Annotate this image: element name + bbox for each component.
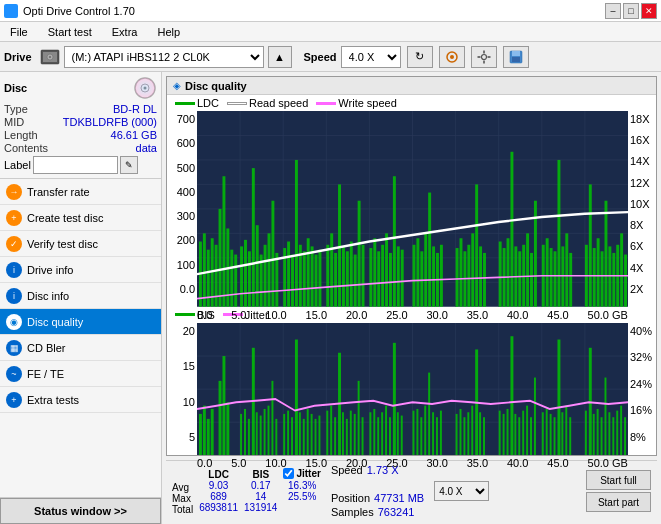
nav-verify-test-disc[interactable]: ✓ Verify test disc: [0, 231, 161, 257]
length-label: Length: [4, 129, 38, 141]
jitter-col-header: Jitter: [296, 468, 320, 479]
svg-rect-128: [624, 255, 627, 307]
svg-rect-179: [346, 419, 348, 455]
svg-rect-67: [334, 253, 337, 307]
svg-rect-69: [342, 246, 345, 306]
bis-total-val: 131914: [244, 502, 277, 513]
sidebar-bottom: Status window >>: [0, 497, 161, 524]
svg-rect-105: [518, 251, 521, 306]
svg-rect-182: [358, 381, 360, 455]
top-chart-y-left: 700 600 500 400 300 200 100 0.0: [169, 111, 197, 307]
menu-extra[interactable]: Extra: [106, 24, 144, 40]
menu-file[interactable]: File: [4, 24, 34, 40]
bis-avg-val: 0.17: [244, 480, 277, 491]
menu-start-test[interactable]: Start test: [42, 24, 98, 40]
svg-rect-47: [248, 251, 251, 306]
close-button[interactable]: ✕: [641, 3, 657, 19]
max-label: Max: [172, 493, 193, 504]
svg-rect-119: [589, 184, 592, 306]
speed-select[interactable]: 4.0 X: [341, 46, 401, 68]
nav-transfer-rate[interactable]: → Transfer rate: [0, 179, 161, 205]
label-edit-button[interactable]: ✎: [120, 156, 138, 174]
svg-rect-158: [244, 409, 246, 455]
stats-speed-pos: Speed 1.73 X Position 47731 MB Samples 7…: [331, 463, 424, 519]
svg-rect-112: [550, 248, 553, 307]
stats-speed-dropdown[interactable]: 4.0 X: [434, 481, 489, 501]
save-button[interactable]: [503, 46, 529, 68]
svg-rect-41: [222, 176, 225, 307]
svg-rect-122: [601, 251, 604, 306]
svg-rect-103: [510, 152, 513, 307]
create-test-disc-icon: +: [6, 210, 22, 226]
svg-rect-39: [215, 245, 218, 307]
svg-rect-57: [291, 255, 294, 307]
chart-title-icon: ◈: [173, 80, 181, 91]
chart-panel: ◈ Disc quality LDC Read speed: [166, 76, 657, 456]
status-window-button[interactable]: Status window >>: [0, 498, 161, 524]
svg-rect-195: [424, 405, 426, 455]
maximize-button[interactable]: □: [623, 3, 639, 19]
write-speed-label: Write speed: [338, 97, 397, 109]
type-value: BD-R DL: [113, 103, 157, 115]
svg-rect-178: [342, 412, 344, 455]
svg-rect-221: [565, 405, 567, 455]
svg-rect-65: [326, 245, 329, 307]
stats-bar: Avg Max Total LDC 9.03 689 6893811 BIS 0…: [166, 460, 657, 520]
svg-rect-204: [471, 405, 473, 455]
nav-extra-tests[interactable]: + Extra tests: [0, 387, 161, 413]
mid-label: MID: [4, 116, 24, 128]
nav-drive-info-label: Drive info: [27, 264, 73, 276]
svg-rect-76: [373, 238, 376, 307]
drive-toolbar: Drive (M:) ATAPI iHBS112 2 CL0K ▲ Speed …: [0, 42, 661, 72]
svg-rect-51: [264, 245, 267, 307]
disc-icon: [133, 76, 157, 100]
svg-rect-71: [350, 242, 353, 307]
svg-rect-190: [397, 412, 399, 455]
disc-section-title: Disc: [4, 82, 27, 94]
settings-button[interactable]: [471, 46, 497, 68]
nav-disc-quality[interactable]: ◉ Disc quality: [0, 309, 161, 335]
svg-rect-60: [303, 251, 306, 306]
charts-container: LDC Read speed Write speed: [167, 95, 656, 455]
nav-cd-bler[interactable]: ▦ CD Bler: [0, 335, 161, 361]
jitter-checkbox[interactable]: [283, 468, 294, 479]
svg-rect-181: [354, 414, 356, 455]
start-full-button[interactable]: Start full: [586, 470, 651, 490]
svg-rect-169: [299, 412, 301, 455]
nav-verify-test-disc-label: Verify test disc: [27, 238, 98, 250]
bottom-chart-graph-row: 20 15 10 5: [169, 323, 654, 455]
svg-rect-92: [456, 248, 459, 307]
total-label: Total: [172, 504, 193, 515]
nav-disc-info[interactable]: i Disc info: [0, 283, 161, 309]
svg-point-17: [135, 78, 155, 98]
svg-rect-56: [287, 242, 290, 307]
svg-rect-161: [260, 415, 262, 455]
menu-help[interactable]: Help: [151, 24, 186, 40]
bis-color: [175, 313, 195, 316]
svg-rect-176: [330, 405, 332, 455]
svg-rect-219: [554, 417, 556, 455]
svg-rect-120: [593, 248, 596, 307]
svg-rect-79: [385, 233, 388, 306]
eject-button[interactable]: ▲: [268, 46, 292, 68]
burn-button[interactable]: [439, 46, 465, 68]
nav-create-test-disc[interactable]: + Create test disc: [0, 205, 161, 231]
disc-quality-icon: ◉: [6, 314, 22, 330]
ldc-label: LDC: [197, 97, 219, 109]
start-part-button[interactable]: Start part: [586, 492, 651, 512]
svg-rect-81: [393, 176, 396, 307]
label-input[interactable]: [33, 156, 118, 174]
svg-rect-96: [471, 233, 474, 306]
fe-te-icon: ~: [6, 366, 22, 382]
svg-rect-85: [416, 238, 419, 307]
minimize-button[interactable]: –: [605, 3, 621, 19]
write-speed-color: [316, 102, 336, 105]
svg-rect-231: [620, 405, 622, 455]
svg-rect-213: [526, 405, 528, 455]
svg-rect-108: [530, 253, 533, 307]
svg-rect-194: [420, 417, 422, 455]
refresh-button[interactable]: ↻: [407, 46, 433, 68]
drive-select[interactable]: (M:) ATAPI iHBS112 2 CL0K: [64, 46, 264, 68]
nav-drive-info[interactable]: i Drive info: [0, 257, 161, 283]
nav-fe-te[interactable]: ~ FE / TE: [0, 361, 161, 387]
